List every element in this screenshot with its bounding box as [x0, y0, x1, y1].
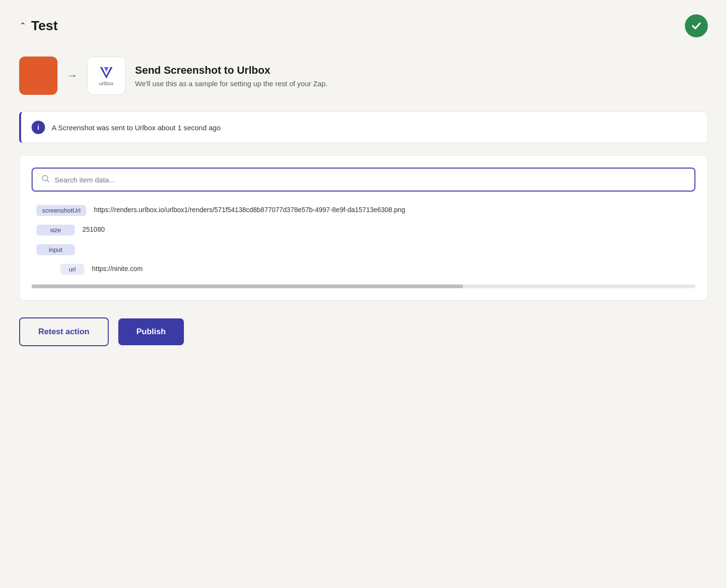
- table-row: size 251080: [36, 225, 691, 236]
- data-rows: screenshotUrl https://renders.urlbox.io/…: [32, 205, 695, 275]
- label-size: size: [36, 225, 75, 236]
- info-text: A Screenshot was sent to Urlbox about 1 …: [52, 124, 221, 132]
- search-input[interactable]: [55, 176, 686, 184]
- search-icon: [41, 174, 50, 185]
- action-title: Send Screenshot to Urlbox: [135, 64, 328, 77]
- value-screenshoturl: https://renders.urlbox.io/urlbox1/render…: [94, 205, 405, 215]
- label-screenshoturl: screenshotUrl: [36, 205, 86, 216]
- label-url: url: [60, 264, 84, 275]
- urlbox-logo-svg: [97, 65, 115, 79]
- svg-marker-1: [104, 67, 109, 72]
- retest-button[interactable]: Retest action: [19, 317, 109, 346]
- action-card: → urlbox Send Screenshot to Urlbox We'll…: [19, 52, 708, 100]
- svg-point-2: [43, 176, 48, 181]
- urlbox-icon: urlbox: [87, 57, 125, 95]
- header-left: ⌃ Test: [19, 18, 58, 34]
- trigger-icon: [19, 57, 57, 95]
- page-header: ⌃ Test: [19, 14, 708, 37]
- search-box[interactable]: [32, 168, 695, 192]
- table-row-sub: url https://ninite.com: [46, 264, 691, 275]
- info-banner: i A Screenshot was sent to Urlbox about …: [19, 112, 708, 143]
- table-row: input: [36, 244, 691, 255]
- checkmark-icon: [690, 20, 703, 32]
- action-description: Send Screenshot to Urlbox We'll use this…: [135, 64, 328, 88]
- data-panel: screenshotUrl https://renders.urlbox.io/…: [19, 155, 708, 301]
- value-url: https://ninite.com: [92, 264, 143, 274]
- info-icon: i: [32, 121, 45, 134]
- table-row: screenshotUrl https://renders.urlbox.io/…: [36, 205, 691, 216]
- scrollbar[interactable]: [32, 284, 695, 288]
- scrollbar-thumb: [32, 284, 463, 288]
- success-badge: [685, 14, 708, 37]
- chevron-up-icon[interactable]: ⌃: [19, 21, 26, 31]
- label-input: input: [36, 244, 75, 255]
- actions-row: Retest action Publish: [19, 317, 708, 346]
- publish-button[interactable]: Publish: [118, 318, 184, 345]
- arrow-icon: →: [67, 69, 78, 82]
- svg-line-3: [47, 181, 49, 182]
- action-desc: We'll use this as a sample for setting u…: [135, 79, 328, 88]
- value-size: 251080: [82, 225, 105, 235]
- page-title: Test: [31, 18, 58, 34]
- urlbox-text: urlbox: [99, 80, 114, 86]
